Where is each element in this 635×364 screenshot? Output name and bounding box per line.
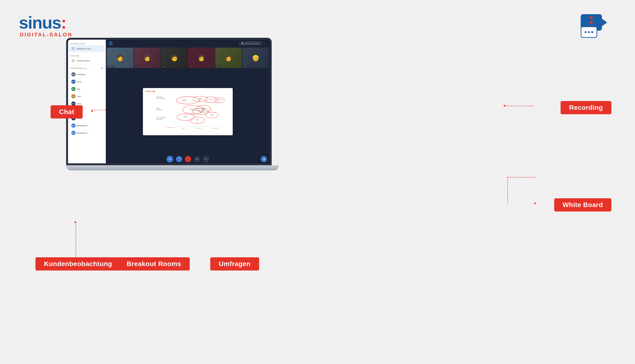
camera-dot-2 <box>590 21 593 24</box>
svg-text:Oberschicht /: Oberschicht / <box>156 96 163 98</box>
bubble-dot-2 <box>588 31 590 33</box>
video-label-4: Ella <box>188 66 192 68</box>
participant-item[interactable]: AN Anne <box>69 78 105 85</box>
logo-name: sinus: <box>19 14 73 31</box>
bottom-bar: + 🎤 📞 ⊘ ✎ 🖥 <box>106 155 270 163</box>
participant-item[interactable]: EL Ella <box>69 86 105 92</box>
chat-icon <box>71 47 75 50</box>
svg-text:Tradition: Tradition <box>182 128 185 129</box>
screen-share-button[interactable]: ✎ <box>203 156 209 162</box>
laptop-screen: NACHRICHTEN Öffentlicher Chat NOTIZEN <box>66 38 272 165</box>
video-thumb-1: 🧑 Moderator <box>107 48 133 68</box>
record-dot <box>241 42 243 44</box>
svg-point-9 <box>176 96 199 104</box>
gear-icon[interactable]: ⚙ <box>101 67 103 70</box>
nachrichten-label: NACHRICHTEN <box>68 42 106 45</box>
wb-diagram: Oberschicht / Obere Mittelschicht Mittle… <box>145 93 230 131</box>
svg-point-35 <box>206 112 218 118</box>
whiteboard-arrow-h <box>507 177 536 178</box>
svg-text:Etablierte: Etablierte <box>182 100 186 102</box>
face-1: 🧑 <box>107 48 133 68</box>
kundenbeobachtung-annotation: Kundenbeobachtung <box>36 257 121 270</box>
kb-arrowhead <box>74 221 77 223</box>
svg-text:Prekäre: Prekäre <box>196 119 199 120</box>
video-thumb-6: 👴 Timo <box>242 48 269 68</box>
kb-arrow-v <box>76 222 76 258</box>
participant-item[interactable]: SA Sam <box>69 93 105 100</box>
video-row: 🧑 Moderator 👩 Sam 🧑 Ha-Jo 👩 Ella 👩 <box>106 47 270 68</box>
svg-text:7%: 7% <box>200 100 201 101</box>
svg-text:Intellektuelle: Intellektuelle <box>198 99 203 100</box>
recording-arrow <box>505 106 533 106</box>
whiteboard-annotation: White Board <box>554 198 611 212</box>
participant-item[interactable]: B2 Beobachter 2 <box>69 129 105 136</box>
whiteboard-arrow-v <box>507 177 508 203</box>
notizen-item[interactable]: Geteilte Notizen <box>69 57 105 64</box>
record-button[interactable]: Aufzeichnung starten <box>239 42 262 45</box>
add-button[interactable]: + <box>167 156 173 162</box>
svg-text:12%: 12% <box>211 116 213 116</box>
svg-text:Unterschicht: Unterschicht <box>156 119 162 120</box>
umfragen-annotation: Umfragen <box>210 257 259 270</box>
svg-text:Grundorientierung →: Grundorientierung → <box>167 127 175 128</box>
chat-item-label: Öffentlicher Chat <box>77 48 91 50</box>
svg-text:Konservativ-: Konservativ- <box>182 99 187 100</box>
chat-arrow <box>92 110 106 110</box>
participant-item[interactable]: B1 Beobachter 1 <box>69 122 105 129</box>
camera-chat-bubble <box>581 26 597 38</box>
end-call-button[interactable]: 📞 <box>185 156 191 162</box>
recording-arrowhead <box>504 104 506 107</box>
participant-item[interactable]: M Moderator <box>69 71 105 78</box>
face-5: 👩 <box>215 48 242 68</box>
video-label-6: Timo <box>243 66 247 68</box>
face-6: 👴 <box>242 48 269 68</box>
svg-text:9%: 9% <box>197 120 198 121</box>
video-label-2: Sam <box>134 66 139 68</box>
chat-item[interactable]: Öffentlicher Chat <box>69 45 105 52</box>
svg-text:Mittlere: Mittlere <box>156 108 160 109</box>
video-thumb-2: 👩 Sam <box>134 48 161 68</box>
logo-dots: : <box>61 13 66 32</box>
logo-subtitle: DIGITAL-SALON <box>19 32 73 38</box>
moderator-tag: Moderator <box>107 66 114 68</box>
participants-header: TEILNEHMER (9) ⚙ <box>68 66 106 70</box>
svg-text:Mittelschicht: Mittelschicht <box>156 109 162 110</box>
mic-button[interactable]: 🎤 <box>176 156 182 162</box>
person-icon: 👤 <box>109 41 113 46</box>
sidebar: NACHRICHTEN Öffentlicher Chat NOTIZEN <box>68 40 106 163</box>
more-icon[interactable]: ⋯ <box>264 42 267 45</box>
whiteboard: Soziale Lage Oberschicht / Obere Mittels… <box>143 88 233 135</box>
teilnehmer-label: TEILNEHMER (9) <box>70 68 87 69</box>
svg-text:11%: 11% <box>185 117 187 118</box>
svg-text:Untere Mittelschicht /: Untere Mittelschicht / <box>156 117 166 118</box>
video-thumb-3: 🧑 Ha-Jo <box>161 48 188 68</box>
chat-annotation: Chat <box>51 105 83 118</box>
wb-title: Soziale Lage <box>145 90 230 92</box>
svg-text:Expeditive: Expeditive <box>217 99 221 100</box>
participants-list: M Moderator AN Anne EL Ella SA Sam DA Da… <box>68 71 106 136</box>
bubble-dot-3 <box>591 31 593 33</box>
svg-text:9%: 9% <box>219 100 220 102</box>
svg-text:Liberal-: Liberal- <box>199 98 202 99</box>
laptop: NACHRICHTEN Öffentlicher Chat NOTIZEN <box>66 38 279 175</box>
notizen-icon <box>71 59 75 62</box>
notizen-label: NOTIZEN <box>68 54 106 57</box>
svg-text:13%: 13% <box>200 112 201 113</box>
svg-text:Obere Mittelschicht: Obere Mittelschicht <box>156 98 166 99</box>
top-bar-right: Aufzeichnung starten ⋯ <box>239 42 267 45</box>
video-thumb-5: 👩 Daria <box>215 48 242 68</box>
laptop-base <box>66 165 279 170</box>
video-label-5: Daria <box>216 66 220 68</box>
face-2: 👩 <box>134 48 161 68</box>
face-3: 🧑 <box>161 48 188 68</box>
svg-point-32 <box>193 108 209 115</box>
monitor-button[interactable]: 🖥 <box>261 156 267 162</box>
recording-annotation: Recording <box>561 101 611 114</box>
top-bar-left: 👤 <box>109 41 113 46</box>
camera-dot-1 <box>590 16 593 19</box>
camera-icon <box>581 14 611 38</box>
svg-text:Modernisierung: Modernisierung <box>195 128 201 129</box>
camera-toggle-button[interactable]: ⊘ <box>194 156 200 162</box>
face-4: 👩 <box>188 48 215 68</box>
whiteboard-area: Soziale Lage Oberschicht / Obere Mittels… <box>106 68 270 155</box>
